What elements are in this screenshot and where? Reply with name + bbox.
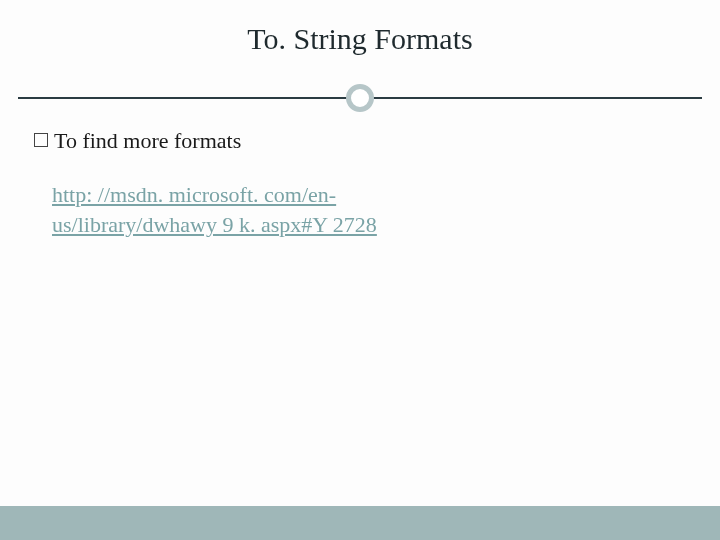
square-bullet-icon: [34, 133, 48, 147]
footer-band: [0, 506, 720, 540]
link-line-2: us/library/dwhawy 9 k. aspx#Y 2728: [52, 212, 377, 237]
slide-body: To find more formats http: //msdn. micro…: [34, 128, 686, 239]
slide: To. String Formats To find more formats …: [0, 0, 720, 540]
bullet-text: To find more formats: [54, 128, 241, 154]
circle-ornament-icon: [346, 84, 374, 112]
slide-title: To. String Formats: [0, 0, 720, 56]
msdn-link[interactable]: http: //msdn. microsoft. com/en- us/libr…: [52, 182, 377, 237]
bullet-item: To find more formats: [34, 128, 686, 154]
reference-link: http: //msdn. microsoft. com/en- us/libr…: [52, 180, 686, 239]
link-line-1: http: //msdn. microsoft. com/en-: [52, 182, 336, 207]
title-divider: [0, 78, 720, 118]
